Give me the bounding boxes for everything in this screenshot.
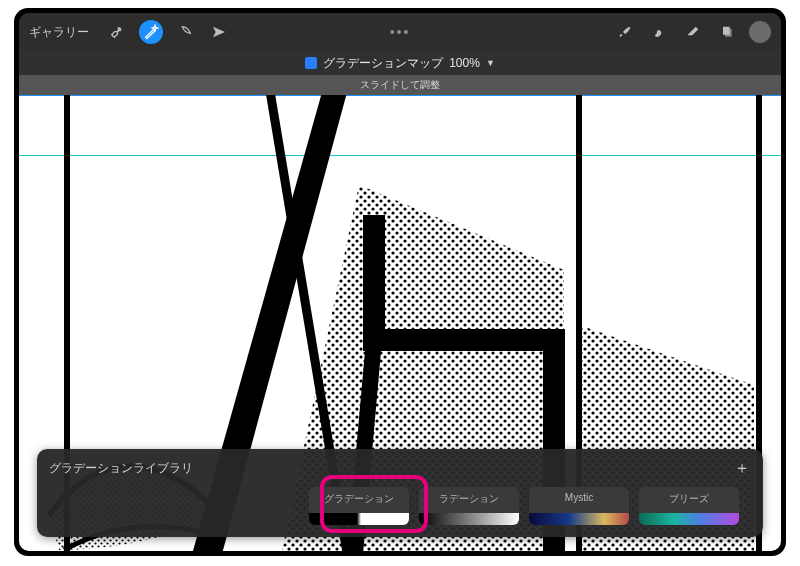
gradient-swatch[interactable]: Mystic xyxy=(529,487,629,525)
swatch-label: グラデーション xyxy=(309,492,409,506)
gallery-button[interactable]: ギャラリー xyxy=(29,24,89,41)
wand-icon[interactable] xyxy=(139,20,163,44)
swatch-preview xyxy=(309,513,409,525)
swatch-preview xyxy=(529,513,629,525)
eraser-icon[interactable] xyxy=(681,20,705,44)
move-icon[interactable] xyxy=(207,20,231,44)
swatch-preview xyxy=(419,513,519,525)
gradient-library-panel: グラデーションライブラリ ＋ グラデーション ラデーション Mystic ブリー… xyxy=(37,449,763,537)
adjustment-name: グラデーションマップ xyxy=(323,55,443,72)
color-swatch[interactable] xyxy=(749,21,771,43)
selection-icon[interactable] xyxy=(173,20,197,44)
swatch-preview xyxy=(639,513,739,525)
gradient-swatch-row: グラデーション ラデーション Mystic ブリーズ xyxy=(49,487,751,525)
adjustment-percent: 100% xyxy=(449,56,480,70)
wrench-icon[interactable] xyxy=(105,20,129,44)
gradient-swatch[interactable]: ラデーション xyxy=(419,487,519,525)
swatch-label: Mystic xyxy=(529,492,629,503)
gradient-library-title: グラデーションライブラリ xyxy=(49,460,193,477)
top-toolbar: ギャラリー ••• xyxy=(19,13,781,51)
chevron-down-icon: ▼ xyxy=(486,58,495,68)
gradient-swatch[interactable]: ブリーズ xyxy=(639,487,739,525)
brush-icon[interactable] xyxy=(613,20,637,44)
layer-chip-icon xyxy=(305,57,317,69)
swatch-label: ブリーズ xyxy=(639,492,739,506)
add-gradient-button[interactable]: ＋ xyxy=(733,459,751,477)
more-icon[interactable]: ••• xyxy=(390,13,411,51)
swatch-label: ラデーション xyxy=(419,492,519,506)
gradient-swatch[interactable]: グラデーション xyxy=(309,487,409,525)
adjustment-title-bar[interactable]: グラデーションマップ 100% ▼ xyxy=(19,51,781,75)
slider-hint[interactable]: スライドして調整 xyxy=(19,75,781,95)
layers-icon[interactable] xyxy=(715,20,739,44)
smudge-icon[interactable] xyxy=(647,20,671,44)
